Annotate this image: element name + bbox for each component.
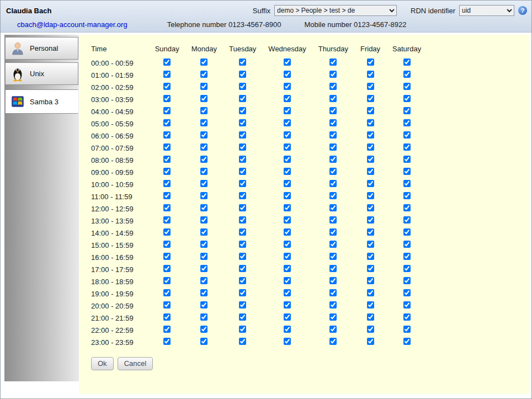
logon-hour-checkbox[interactable]	[200, 192, 208, 199]
logon-hour-checkbox[interactable]	[367, 228, 374, 236]
logon-hour-checkbox[interactable]	[329, 265, 337, 272]
logon-hour-checkbox[interactable]	[239, 156, 246, 163]
logon-hour-checkbox[interactable]	[200, 253, 208, 260]
logon-hour-checkbox[interactable]	[200, 156, 208, 163]
logon-hour-checkbox[interactable]	[200, 168, 208, 175]
logon-hour-checkbox[interactable]	[403, 192, 411, 199]
logon-hour-checkbox[interactable]	[163, 119, 171, 126]
logon-hour-checkbox[interactable]	[329, 58, 337, 66]
logon-hour-checkbox[interactable]	[329, 83, 337, 90]
logon-hour-checkbox[interactable]	[403, 107, 411, 114]
logon-hour-checkbox[interactable]	[163, 326, 171, 333]
logon-hour-checkbox[interactable]	[200, 277, 208, 284]
logon-hour-checkbox[interactable]	[403, 83, 411, 90]
logon-hour-checkbox[interactable]	[200, 313, 208, 321]
logon-hour-checkbox[interactable]	[403, 95, 411, 102]
logon-hour-checkbox[interactable]	[284, 180, 291, 187]
logon-hour-checkbox[interactable]	[239, 168, 246, 175]
logon-hour-checkbox[interactable]	[367, 313, 374, 321]
logon-hour-checkbox[interactable]	[284, 168, 291, 175]
logon-hour-checkbox[interactable]	[163, 289, 171, 296]
logon-hour-checkbox[interactable]	[163, 107, 171, 114]
logon-hour-checkbox[interactable]	[284, 143, 291, 151]
logon-hour-checkbox[interactable]	[329, 216, 337, 224]
logon-hour-checkbox[interactable]	[367, 301, 374, 308]
logon-hour-checkbox[interactable]	[200, 95, 208, 102]
logon-hour-checkbox[interactable]	[403, 289, 411, 296]
logon-hour-checkbox[interactable]	[284, 83, 291, 90]
logon-hour-checkbox[interactable]	[284, 119, 291, 126]
logon-hour-checkbox[interactable]	[239, 83, 246, 90]
logon-hour-checkbox[interactable]	[200, 326, 208, 333]
logon-hour-checkbox[interactable]	[163, 58, 171, 66]
logon-hour-checkbox[interactable]	[239, 326, 246, 333]
logon-hour-checkbox[interactable]	[284, 228, 291, 236]
logon-hour-checkbox[interactable]	[200, 216, 208, 224]
logon-hour-checkbox[interactable]	[284, 131, 291, 139]
logon-hour-checkbox[interactable]	[200, 180, 208, 187]
logon-hour-checkbox[interactable]	[367, 326, 374, 333]
logon-hour-checkbox[interactable]	[367, 253, 374, 260]
logon-hour-checkbox[interactable]	[329, 143, 337, 151]
logon-hour-checkbox[interactable]	[403, 338, 411, 345]
logon-hour-checkbox[interactable]	[403, 204, 411, 211]
logon-hour-checkbox[interactable]	[200, 119, 208, 126]
logon-hour-checkbox[interactable]	[200, 83, 208, 90]
logon-hour-checkbox[interactable]	[367, 143, 374, 151]
logon-hour-checkbox[interactable]	[329, 241, 337, 248]
logon-hour-checkbox[interactable]	[329, 168, 337, 175]
logon-hour-checkbox[interactable]	[329, 156, 337, 163]
logon-hour-checkbox[interactable]	[239, 241, 246, 248]
logon-hour-checkbox[interactable]	[329, 228, 337, 236]
logon-hour-checkbox[interactable]	[163, 338, 171, 345]
logon-hour-checkbox[interactable]	[403, 119, 411, 126]
logon-hour-checkbox[interactable]	[239, 289, 246, 296]
logon-hour-checkbox[interactable]	[367, 95, 374, 102]
logon-hour-checkbox[interactable]	[200, 58, 208, 66]
logon-hour-checkbox[interactable]	[239, 301, 246, 308]
logon-hour-checkbox[interactable]	[403, 71, 411, 78]
logon-hour-checkbox[interactable]	[200, 228, 208, 236]
logon-hour-checkbox[interactable]	[284, 277, 291, 284]
logon-hour-checkbox[interactable]	[403, 301, 411, 308]
logon-hour-checkbox[interactable]	[403, 216, 411, 224]
logon-hour-checkbox[interactable]	[329, 192, 337, 199]
logon-hour-checkbox[interactable]	[329, 289, 337, 296]
logon-hour-checkbox[interactable]	[329, 119, 337, 126]
logon-hour-checkbox[interactable]	[284, 265, 291, 272]
logon-hour-checkbox[interactable]	[239, 253, 246, 260]
logon-hour-checkbox[interactable]	[284, 156, 291, 163]
logon-hour-checkbox[interactable]	[329, 326, 337, 333]
logon-hour-checkbox[interactable]	[403, 326, 411, 333]
logon-hour-checkbox[interactable]	[367, 204, 374, 211]
logon-hour-checkbox[interactable]	[329, 313, 337, 321]
logon-hour-checkbox[interactable]	[200, 143, 208, 151]
logon-hour-checkbox[interactable]	[163, 228, 171, 236]
logon-hour-checkbox[interactable]	[239, 204, 246, 211]
logon-hour-checkbox[interactable]	[367, 216, 374, 224]
logon-hour-checkbox[interactable]	[284, 95, 291, 102]
logon-hour-checkbox[interactable]	[403, 131, 411, 139]
logon-hour-checkbox[interactable]	[239, 228, 246, 236]
logon-hour-checkbox[interactable]	[329, 95, 337, 102]
logon-hour-checkbox[interactable]	[284, 216, 291, 224]
logon-hour-checkbox[interactable]	[284, 204, 291, 211]
logon-hour-checkbox[interactable]	[284, 107, 291, 114]
logon-hour-checkbox[interactable]	[284, 313, 291, 321]
logon-hour-checkbox[interactable]	[239, 216, 246, 224]
logon-hour-checkbox[interactable]	[239, 131, 246, 139]
logon-hour-checkbox[interactable]	[367, 156, 374, 163]
logon-hour-checkbox[interactable]	[367, 71, 374, 78]
logon-hour-checkbox[interactable]	[239, 143, 246, 151]
logon-hour-checkbox[interactable]	[239, 277, 246, 284]
logon-hour-checkbox[interactable]	[163, 180, 171, 187]
logon-hour-checkbox[interactable]	[163, 95, 171, 102]
logon-hour-checkbox[interactable]	[200, 301, 208, 308]
logon-hour-checkbox[interactable]	[403, 277, 411, 284]
logon-hour-checkbox[interactable]	[239, 107, 246, 114]
tab-samba3[interactable]: Samba 3	[5, 89, 78, 114]
email-link[interactable]: cbach@ldap-account-manager.org	[17, 20, 127, 29]
logon-hour-checkbox[interactable]	[163, 277, 171, 284]
logon-hour-checkbox[interactable]	[403, 313, 411, 321]
logon-hour-checkbox[interactable]	[367, 241, 374, 248]
